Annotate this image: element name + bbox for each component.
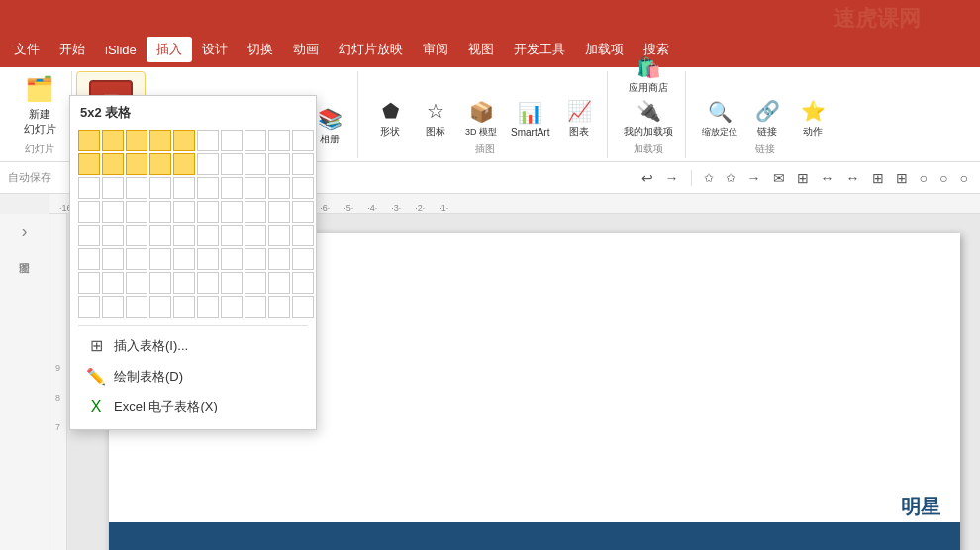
- grid-cell[interactable]: [221, 296, 243, 318]
- grid-cell[interactable]: [126, 248, 147, 270]
- format-btn-7[interactable]: ↔: [842, 168, 864, 188]
- grid-cell[interactable]: [292, 130, 314, 151]
- link-button[interactable]: 🔗 链接: [745, 97, 789, 140]
- grid-cell[interactable]: [245, 225, 266, 246]
- menu-item-file[interactable]: 文件: [4, 37, 49, 62]
- grid-cell[interactable]: [268, 248, 290, 270]
- grid-cell[interactable]: [102, 296, 124, 318]
- grid-cell[interactable]: [221, 248, 243, 270]
- icons-button[interactable]: ☆ 图标: [414, 97, 457, 140]
- smartart-button[interactable]: 📊 SmartArt: [505, 99, 555, 139]
- menu-item-review[interactable]: 审阅: [413, 37, 458, 62]
- grid-cell[interactable]: [245, 248, 266, 270]
- format-btn-6[interactable]: ↔: [817, 168, 838, 188]
- grid-cell[interactable]: [268, 296, 290, 318]
- grid-cell[interactable]: [102, 177, 124, 199]
- grid-cell[interactable]: [221, 272, 243, 294]
- grid-cell[interactable]: [197, 201, 219, 223]
- format-btn-4[interactable]: ✉: [769, 168, 789, 188]
- slide-nav-btn[interactable]: ›: [18, 218, 32, 246]
- grid-cell[interactable]: [102, 130, 124, 151]
- grid-cell[interactable]: [78, 153, 100, 175]
- menu-item-transitions[interactable]: 切换: [238, 37, 283, 62]
- grid-cell[interactable]: [126, 225, 147, 246]
- grid-cell[interactable]: [292, 248, 314, 270]
- grid-cell[interactable]: [197, 153, 219, 175]
- grid-cell[interactable]: [149, 296, 171, 318]
- grid-cell[interactable]: [173, 201, 195, 223]
- shapes-button[interactable]: ⬟ 形状: [368, 97, 412, 140]
- grid-cell[interactable]: [173, 130, 195, 151]
- grid-cell[interactable]: [78, 272, 100, 294]
- grid-cell[interactable]: [78, 225, 100, 246]
- grid-cell[interactable]: [78, 201, 100, 223]
- grid-cell[interactable]: [78, 248, 100, 270]
- grid-cell[interactable]: [78, 296, 100, 318]
- 3d-models-button[interactable]: 📦 3D 模型: [459, 98, 503, 140]
- grid-cell[interactable]: [102, 153, 124, 175]
- menu-item-insert[interactable]: 插入: [147, 37, 192, 62]
- grid-cell[interactable]: [78, 130, 100, 151]
- format-btn-2[interactable]: ✩: [722, 169, 739, 187]
- chart-button[interactable]: 📈 图表: [557, 97, 601, 140]
- grid-cell[interactable]: [197, 177, 219, 199]
- format-btn-5[interactable]: ⊞: [793, 168, 813, 188]
- grid-cell[interactable]: [149, 272, 171, 294]
- grid-cell[interactable]: [126, 296, 147, 318]
- grid-cell[interactable]: [292, 272, 314, 294]
- redo-btn[interactable]: →: [661, 168, 683, 188]
- grid-cell[interactable]: [245, 177, 266, 199]
- grid-cell[interactable]: [197, 296, 219, 318]
- menu-item-islide[interactable]: iSlide: [95, 39, 147, 61]
- format-btn-8[interactable]: ⊞: [868, 168, 888, 188]
- grid-cell[interactable]: [173, 248, 195, 270]
- new-slide-button[interactable]: 🗂️ 新建幻灯片: [14, 67, 65, 140]
- grid-cell[interactable]: [268, 153, 290, 175]
- grid-cell[interactable]: [268, 130, 290, 151]
- grid-cell[interactable]: [173, 177, 195, 199]
- grid-cell[interactable]: [173, 225, 195, 246]
- grid-cell[interactable]: [292, 296, 314, 318]
- grid-cell[interactable]: [173, 296, 195, 318]
- grid-cell[interactable]: [292, 201, 314, 223]
- grid-cell[interactable]: [221, 177, 243, 199]
- grid-cell[interactable]: [102, 225, 124, 246]
- grid-cell[interactable]: [78, 177, 100, 199]
- grid-cell[interactable]: [173, 272, 195, 294]
- grid-cell[interactable]: [149, 153, 171, 175]
- format-btn-9[interactable]: ⊞: [892, 168, 912, 188]
- grid-cell[interactable]: [245, 130, 266, 151]
- zoom-button[interactable]: 🔍 缩放定位: [696, 98, 743, 140]
- undo-btn[interactable]: ↩: [637, 168, 657, 188]
- menu-item-developer[interactable]: 开发工具: [504, 37, 575, 62]
- grid-cell[interactable]: [221, 201, 243, 223]
- format-btn-1[interactable]: ✩: [700, 169, 718, 187]
- menu-item-home[interactable]: 开始: [49, 37, 95, 62]
- grid-cell[interactable]: [173, 153, 195, 175]
- menu-item-view[interactable]: 视图: [458, 37, 504, 62]
- format-btn-12[interactable]: ○: [956, 168, 972, 188]
- grid-cell[interactable]: [245, 272, 266, 294]
- format-btn-10[interactable]: ○: [916, 168, 931, 188]
- grid-cell[interactable]: [221, 130, 243, 151]
- grid-cell[interactable]: [126, 272, 147, 294]
- format-btn-11[interactable]: ○: [935, 168, 951, 188]
- grid-cell[interactable]: [126, 130, 147, 151]
- menu-item-slideshow[interactable]: 幻灯片放映: [329, 37, 413, 62]
- grid-cell[interactable]: [292, 177, 314, 199]
- excel-table-menu-item[interactable]: X Excel 电子表格(X): [78, 392, 308, 421]
- grid-cell[interactable]: [268, 225, 290, 246]
- grid-cell[interactable]: [245, 296, 266, 318]
- grid-cell[interactable]: [149, 130, 171, 151]
- table-grid[interactable]: [78, 130, 308, 318]
- my-addins-button[interactable]: 🔌 我的加载项: [618, 97, 679, 140]
- grid-cell[interactable]: [221, 225, 243, 246]
- grid-cell[interactable]: [197, 272, 219, 294]
- insert-table-menu-item[interactable]: ⊞ 插入表格(I)...: [78, 330, 308, 361]
- grid-cell[interactable]: [197, 225, 219, 246]
- grid-cell[interactable]: [245, 201, 266, 223]
- grid-cell[interactable]: [268, 201, 290, 223]
- menu-item-design[interactable]: 设计: [192, 37, 238, 62]
- grid-cell[interactable]: [197, 130, 219, 151]
- grid-cell[interactable]: [102, 248, 124, 270]
